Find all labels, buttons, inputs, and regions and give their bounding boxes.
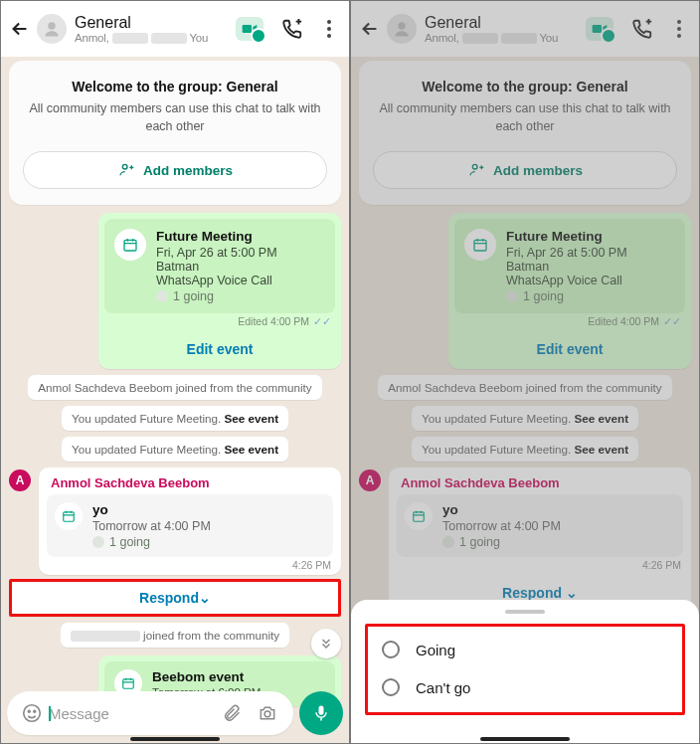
header: General Anmol, You [1,1,349,57]
going-icon [92,536,104,548]
camera-icon [258,703,277,723]
paperclip-icon [222,703,242,723]
menu-button[interactable] [321,27,337,31]
camera-button[interactable] [258,703,277,723]
back-button[interactable] [9,18,31,40]
event-going: 1 going [156,289,277,303]
event-content: Future Meeting Fri, Apr 26 at 5:00 PM Ba… [104,219,335,313]
event-content: yo Tomorrow at 4:00 PM 1 going [47,494,333,557]
svg-rect-4 [64,512,75,521]
svg-rect-5 [123,679,134,688]
event-message-outgoing[interactable]: Future Meeting Fri, Apr 26 at 5:00 PM Ba… [98,213,341,369]
event-title: yo [92,502,211,517]
emoji-button[interactable] [21,702,43,724]
redacted-text [112,33,148,44]
chat-title: General [75,14,236,32]
message-input-pill[interactable]: Message [7,691,293,735]
arrow-left-icon [9,18,31,40]
svg-rect-1 [243,25,252,33]
event-date: Fri, Apr 26 at 5:00 PM [156,246,277,260]
composer: Message [7,691,343,735]
event-call: WhatsApp Voice Call [156,274,277,287]
call-button[interactable] [281,18,303,40]
svg-point-0 [48,22,56,30]
gesture-bar [130,737,220,741]
incoming-row: A Anmol Sachdeva Beebom yo Tomorrow at 4… [9,467,341,575]
redacted-text [71,631,140,642]
text-cursor [49,706,51,721]
respond-options: Going Can't go [365,624,685,715]
svg-point-8 [34,710,36,712]
event-message-incoming: Anmol Sachdeva Beebom yo Tomorrow at 4:0… [39,467,341,575]
event-title: Future Meeting [156,229,277,244]
edit-event-button[interactable]: Edit event [98,331,341,369]
group-icon [43,20,61,38]
double-chevron-down-icon [319,637,333,651]
radio-icon [382,678,400,696]
option-cant-go[interactable]: Can't go [374,668,676,706]
event-date: Tomorrow at 4:00 PM [92,519,211,533]
option-going[interactable]: Going [374,631,676,668]
svg-rect-10 [319,706,324,715]
respond-bottom-sheet: Going Can't go [351,600,699,743]
kebab-icon [327,27,331,31]
welcome-text: All community members can use this chat … [23,100,327,135]
sender-avatar[interactable]: A [9,469,31,491]
chat-subtitle: Anmol, You [75,32,236,44]
scroll-down-fab[interactable] [311,629,341,658]
message-input[interactable]: Message [49,705,214,722]
add-members-button[interactable]: Add members [23,151,327,189]
radio-icon [382,641,400,658]
calendar-icon [122,237,138,253]
message-meta: Edited 4:00 PM✓✓ [98,313,341,331]
respond-button[interactable]: Respond ⌄ [9,579,341,617]
calendar-icon [121,676,135,690]
event-going: 1 going [92,535,211,549]
event-title: Beebom event [152,669,261,684]
emoji-icon [21,702,43,724]
attach-button[interactable] [222,703,242,723]
calendar-badge [114,229,146,261]
screen-left: General Anmol, You Welcome to the group:… [0,0,350,744]
video-call-button[interactable] [236,17,263,41]
message-time: 4:26 PM [39,557,341,575]
phone-plus-icon [281,18,303,40]
welcome-card: Welcome to the group: General All commun… [9,61,341,205]
mic-icon [311,703,331,723]
calendar-badge [55,502,83,530]
welcome-title: Welcome to the group: General [23,79,327,94]
screen-right: General Anmol, You Welcome to the group:… [350,0,700,744]
group-avatar[interactable] [37,14,67,44]
mic-button[interactable] [299,691,343,735]
title-block[interactable]: General Anmol, You [75,14,236,44]
add-person-icon [117,162,135,178]
calendar-icon [62,509,76,523]
chevron-down-icon: ⌄ [199,590,211,606]
sheet-grabber[interactable] [505,610,545,614]
header-actions [236,17,337,41]
event-location: Batman [156,260,277,274]
double-check-icon: ✓✓ [313,315,331,327]
system-message[interactable]: Anmol Sachdeva Beebom joined from the co… [28,375,321,400]
gesture-bar [480,737,570,741]
system-message[interactable]: You updated Future Meeting. See event [62,406,288,431]
svg-point-9 [264,711,270,717]
going-icon [156,290,168,302]
system-message[interactable]: joined from the community [61,623,289,648]
sender-name: Anmol Sachdeva Beebom [39,473,341,494]
svg-point-2 [122,164,127,169]
svg-point-6 [24,705,41,722]
system-message[interactable]: You updated Future Meeting. See event [62,437,288,462]
svg-rect-3 [124,240,136,251]
video-icon [242,23,258,35]
svg-point-7 [28,710,30,712]
